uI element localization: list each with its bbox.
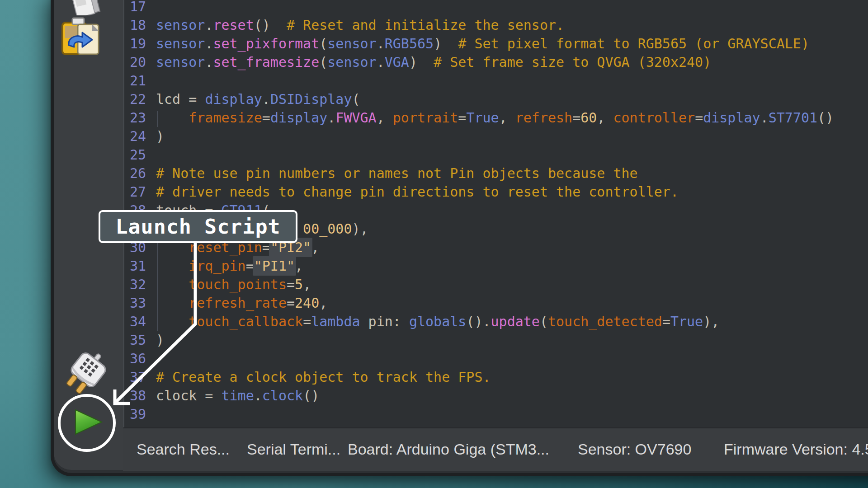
status-board[interactable]: Board: Arduino Giga (STM3... [348,428,549,470]
line-number: 21 [124,71,146,90]
code-text [146,71,156,90]
code-line: 33 refresh_rate=240, [124,294,868,312]
code-text [146,405,156,423]
code-line: 32 touch_points=5, [124,275,868,294]
line-number: 20 [124,53,146,71]
code-line: 24) [124,127,868,145]
code-text: framesize=display.FWVGA, portrait=True, … [146,108,834,127]
code-line: 31 irq_pin="PI1", [124,257,868,275]
line-number: 25 [124,145,146,164]
code-text: sensor.reset() # Reset and initialize th… [146,16,564,34]
new-file-icon[interactable] [68,0,104,15]
line-number: 19 [124,34,146,53]
code-line: 35) [124,331,868,349]
code-text: lcd = display.DSIDisplay( [146,90,360,108]
line-number: 39 [124,405,146,423]
launch-script-tooltip: Launch Script [99,210,297,243]
indent-guide [157,241,158,331]
line-number: 18 [124,16,146,34]
status-firmware-version[interactable]: Firmware Version: 4.5 [724,428,868,470]
tooltip-label: Launch Script [115,215,280,239]
line-number: 24 [124,127,146,145]
code-line: 37# Create a clock object to track the F… [124,368,868,386]
code-line: 39 [124,405,868,423]
code-line: 18sensor.reset() # Reset and initialize … [124,16,868,34]
code-text: touch_points=5, [146,275,311,294]
code-text [146,145,156,164]
line-number: 35 [124,331,146,349]
tab-serial-terminal[interactable]: Serial Termi... [247,428,340,470]
code-line: 25 [124,145,868,164]
code-text: sensor.set_framesize(sensor.VGA) # Set f… [146,53,711,71]
code-text: irq_pin="PI1", [146,257,303,275]
code-text [146,349,156,368]
code-line: 20sensor.set_framesize(sensor.VGA) # Set… [124,53,868,71]
code-text: sensor.set_pixformat(sensor.RGB565) # Se… [146,34,809,53]
open-file-icon[interactable] [59,17,102,57]
code-text: refresh_rate=240, [146,294,327,312]
start-script-icon[interactable] [71,406,106,438]
code-text: ) [146,331,164,349]
code-text: touch_callback=lambda pin: globals().upd… [146,312,719,331]
code-line: 38clock = time.clock() [124,386,868,405]
line-number: 36 [124,349,146,368]
code-text: # driver needs to change pin directions … [146,183,679,201]
status-sensor[interactable]: Sensor: OV7690 [578,428,691,470]
code-line: 26# Note use pin numbers or names not Pi… [124,164,868,183]
tab-search-results[interactable]: Search Res... [137,428,230,470]
code-line: 22lcd = display.DSIDisplay( [124,90,868,108]
line-number: 31 [124,257,146,275]
status-bar: Search Res... Serial Termi... Board: Ard… [123,427,868,471]
indent-guide [157,111,158,127]
code-line: 23 framesize=display.FWVGA, portrait=Tru… [124,108,868,127]
line-number: 22 [124,90,146,108]
line-number: 34 [124,312,146,331]
line-number: 33 [124,294,146,312]
line-number: 32 [124,275,146,294]
connect-icon[interactable] [58,352,112,399]
code-text: # Create a clock object to track the FPS… [146,368,491,386]
code-line: 27# driver needs to change pin direction… [124,183,868,201]
code-line: 34 touch_callback=lambda pin: globals().… [124,312,868,331]
code-text: ) [146,127,164,145]
line-number: 26 [124,164,146,183]
line-number: 27 [124,183,146,201]
desktop: { "app": "OpenMV IDE", "annotation": { "… [0,0,868,488]
code-text: # Note use pin numbers or names not Pin … [146,164,638,183]
line-number: 23 [124,108,146,127]
code-text [146,0,156,16]
line-number: 37 [124,368,146,386]
code-line: 19sensor.set_pixformat(sensor.RGB565) # … [124,34,868,53]
line-number: 17 [124,0,146,16]
line-number: 38 [124,386,146,405]
code-line: 21 [124,71,868,90]
code-line: 36 [124,349,868,368]
code-line: 17 [124,0,868,16]
code-text: clock = time.clock() [146,386,319,405]
